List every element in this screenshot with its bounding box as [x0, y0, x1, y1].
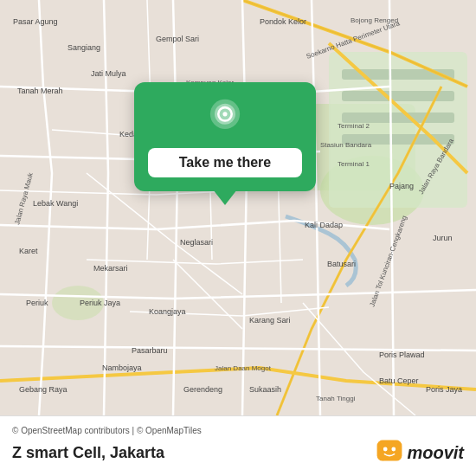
svg-text:Karang Sari: Karang Sari [249, 316, 291, 325]
location-pin-icon [204, 98, 246, 139]
location-name: Z smart Cell, Jakarta [12, 444, 164, 462]
popup-card: Take me there [134, 82, 316, 191]
svg-text:Neglasari: Neglasari [180, 238, 213, 247]
svg-text:Periuk Jaya: Periuk Jaya [80, 299, 120, 307]
moovit-text: moovit [407, 443, 464, 463]
svg-text:Pasar Agung: Pasar Agung [13, 17, 58, 26]
svg-point-54 [392, 447, 396, 452]
svg-text:Kali Dadap: Kali Dadap [305, 221, 343, 229]
svg-text:Lebak Wangi: Lebak Wangi [33, 199, 78, 208]
location-row: Z smart Cell, Jakarta moovit [12, 439, 464, 466]
svg-text:Sukaasih: Sukaasih [249, 385, 281, 394]
map-container: Pasar Agung Sangiang Gempol Sari Pondok … [0, 0, 476, 415]
svg-text:Tanah Tinggi: Tanah Tinggi [316, 395, 356, 402]
moovit-logo: moovit [376, 439, 464, 466]
svg-point-50 [222, 112, 227, 116]
svg-text:Nambojaya: Nambojaya [102, 363, 142, 372]
svg-text:Gempol Sari: Gempol Sari [156, 35, 199, 43]
svg-text:Sangiang: Sangiang [68, 43, 100, 52]
svg-text:Gerendeng: Gerendeng [183, 385, 222, 394]
svg-text:Gebang Raya: Gebang Raya [19, 385, 68, 394]
svg-text:Jalan Daan Mogot: Jalan Daan Mogot [215, 364, 272, 372]
svg-text:Jurun: Jurun [433, 234, 453, 242]
svg-text:Koangjaya: Koangjaya [149, 307, 186, 316]
attribution-text: © OpenStreetMap contributors | © OpenMap… [12, 426, 464, 435]
svg-text:Jati Mulya: Jati Mulya [91, 69, 126, 78]
svg-rect-51 [377, 441, 402, 461]
svg-text:Pondok Kelor: Pondok Kelor [260, 17, 306, 26]
svg-text:Poris Jaya: Poris Jaya [426, 385, 462, 394]
bottom-bar: © OpenStreetMap contributors | © OpenMap… [0, 415, 476, 476]
svg-point-53 [383, 447, 388, 452]
svg-text:Terminal 2: Terminal 2 [338, 122, 370, 130]
take-me-there-button[interactable]: Take me there [148, 148, 302, 177]
svg-text:Pajang: Pajang [389, 182, 414, 190]
svg-text:Pasarbaru: Pasarbaru [132, 346, 168, 355]
svg-text:Mekarsari: Mekarsari [93, 264, 128, 273]
svg-text:Periuk: Periuk [26, 299, 48, 307]
svg-text:Tanah Merah: Tanah Merah [17, 87, 63, 95]
moovit-icon [376, 439, 403, 466]
svg-text:Karet: Karet [19, 247, 38, 255]
svg-text:Batu Ceper: Batu Ceper [379, 376, 419, 385]
svg-text:Poris Plawad: Poris Plawad [379, 351, 425, 359]
svg-text:Stasiun Bandara: Stasiun Bandara [320, 141, 372, 149]
svg-text:Batusari: Batusari [327, 260, 356, 268]
svg-text:Terminal 1: Terminal 1 [338, 160, 370, 168]
